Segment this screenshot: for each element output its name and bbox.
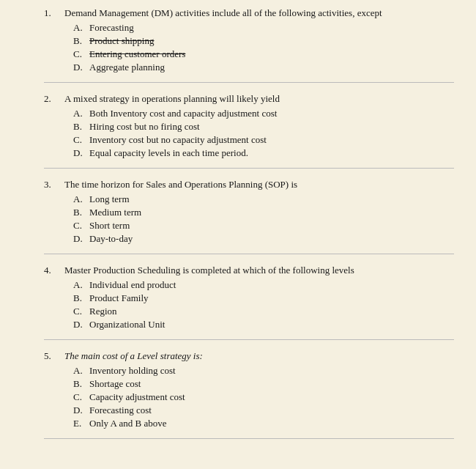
answer-letter-5-1: A. <box>73 365 89 377</box>
question-text-4: Master Production Scheduling is complete… <box>64 265 354 276</box>
answer-item-2-1: A.Both Inventory cost and capacity adjus… <box>73 108 454 119</box>
answer-letter-3-2: B. <box>73 207 89 218</box>
question-text-5: The main cost of a Level strategy is: <box>64 350 203 362</box>
answer-text-3-3: Short term <box>89 220 130 232</box>
question-line-2: 2.A mixed strategy in operations plannin… <box>44 93 454 105</box>
answer-item-1-3: C.Entering customer orders <box>73 48 454 60</box>
answer-item-3-4: D.Day-to-day <box>73 233 454 245</box>
answer-text-5-1: Inventory holding cost <box>89 365 176 377</box>
question-text-3: The time horizon for Sales and Operation… <box>64 179 297 191</box>
answer-letter-2-3: C. <box>73 134 89 146</box>
answer-text-1-2: Product shipping <box>89 35 154 47</box>
answer-item-4-1: A.Individual end product <box>73 279 454 291</box>
answer-text-4-1: Individual end product <box>89 279 176 291</box>
answers-5: A.Inventory holding costB.Shortage costC… <box>73 365 454 429</box>
answer-text-5-2: Shortage cost <box>89 378 141 390</box>
answer-item-2-2: B.Hiring cost but no firing cost <box>73 121 454 133</box>
answers-1: A.ForecastingB.Product shippingC.Enterin… <box>73 22 454 73</box>
answer-item-4-2: B.Product Family <box>73 292 454 304</box>
answer-item-5-3: C.Capacity adjustment cost <box>73 391 454 403</box>
answer-item-3-2: B.Medium term <box>73 207 454 218</box>
answer-text-1-4: Aggregate planning <box>89 62 165 73</box>
question-block-4: 4.Master Production Scheduling is comple… <box>44 265 454 340</box>
question-number-2: 2. <box>44 93 64 105</box>
question-number-3: 3. <box>44 179 64 191</box>
question-line-5: 5.The main cost of a Level strategy is: <box>44 350 454 362</box>
page: 1.Demand Management (DM) activities incl… <box>0 0 476 469</box>
answer-item-2-3: C.Inventory cost but no capacity adjustm… <box>73 134 454 146</box>
answer-letter-5-5: E. <box>73 418 89 429</box>
answer-letter-3-4: D. <box>73 233 89 245</box>
answer-text-3-1: Long term <box>89 193 130 205</box>
answer-item-3-3: C.Short term <box>73 220 454 232</box>
question-line-3: 3.The time horizon for Sales and Operati… <box>44 179 454 191</box>
question-block-2: 2.A mixed strategy in operations plannin… <box>44 93 454 169</box>
answer-item-1-1: A.Forecasting <box>73 22 454 34</box>
question-block-1: 1.Demand Management (DM) activities incl… <box>44 7 454 83</box>
answer-text-4-3: Region <box>89 306 117 317</box>
answer-item-1-4: D.Aggregate planning <box>73 62 454 73</box>
question-text-1: Demand Management (DM) activities includ… <box>64 7 382 19</box>
answer-text-2-4: Equal capacity levels in each time perio… <box>89 147 248 159</box>
answer-item-5-1: A.Inventory holding cost <box>73 365 454 377</box>
answer-item-3-1: A.Long term <box>73 193 454 205</box>
question-number-1: 1. <box>44 7 64 19</box>
answer-letter-4-4: D. <box>73 319 89 330</box>
question-block-5: 5.The main cost of a Level strategy is:A… <box>44 350 454 439</box>
answer-letter-4-2: B. <box>73 292 89 304</box>
answer-text-2-1: Both Inventory cost and capacity adjustm… <box>89 108 277 119</box>
answer-letter-5-3: C. <box>73 391 89 403</box>
answer-letter-1-3: C. <box>73 48 89 60</box>
answer-letter-3-3: C. <box>73 220 89 232</box>
question-number-5: 5. <box>44 350 64 362</box>
question-line-4: 4.Master Production Scheduling is comple… <box>44 265 454 276</box>
answer-text-4-4: Organizational Unit <box>89 319 165 330</box>
answer-letter-2-2: B. <box>73 121 89 133</box>
answer-letter-2-4: D. <box>73 147 89 159</box>
answer-letter-1-1: A. <box>73 22 89 34</box>
answer-text-1-3: Entering customer orders <box>89 48 185 60</box>
answer-text-5-5: Only A and B above <box>89 418 166 429</box>
answers-2: A.Both Inventory cost and capacity adjus… <box>73 108 454 159</box>
answer-text-4-2: Product Family <box>89 292 149 304</box>
answer-letter-1-4: D. <box>73 62 89 73</box>
answer-item-5-5: E.Only A and B above <box>73 418 454 429</box>
answer-item-4-4: D.Organizational Unit <box>73 319 454 330</box>
answer-text-2-2: Hiring cost but no firing cost <box>89 121 200 133</box>
answer-letter-1-2: B. <box>73 35 89 47</box>
answer-letter-5-2: B. <box>73 378 89 390</box>
answer-item-2-4: D.Equal capacity levels in each time per… <box>73 147 454 159</box>
answer-letter-4-3: C. <box>73 306 89 317</box>
answer-text-2-3: Inventory cost but no capacity adjustmen… <box>89 134 267 146</box>
answer-text-5-4: Forecasting cost <box>89 405 152 416</box>
answer-text-1-1: Forecasting <box>89 22 134 34</box>
question-block-3: 3.The time horizon for Sales and Operati… <box>44 179 454 254</box>
answer-letter-4-1: A. <box>73 279 89 291</box>
answer-item-5-4: D.Forecasting cost <box>73 405 454 416</box>
question-line-1: 1.Demand Management (DM) activities incl… <box>44 7 454 19</box>
question-text-2: A mixed strategy in operations planning … <box>64 93 280 105</box>
answer-item-4-3: C.Region <box>73 306 454 317</box>
answer-text-5-3: Capacity adjustment cost <box>89 391 185 403</box>
answer-letter-5-4: D. <box>73 405 89 416</box>
answer-letter-2-1: A. <box>73 108 89 119</box>
answer-letter-3-1: A. <box>73 193 89 205</box>
answers-3: A.Long termB.Medium termC.Short termD.Da… <box>73 193 454 245</box>
question-number-4: 4. <box>44 265 64 276</box>
answers-4: A.Individual end productB.Product Family… <box>73 279 454 330</box>
answer-item-5-2: B.Shortage cost <box>73 378 454 390</box>
answer-text-3-4: Day-to-day <box>89 233 133 245</box>
answer-text-3-2: Medium term <box>89 207 141 218</box>
answer-item-1-2: B.Product shipping <box>73 35 454 47</box>
